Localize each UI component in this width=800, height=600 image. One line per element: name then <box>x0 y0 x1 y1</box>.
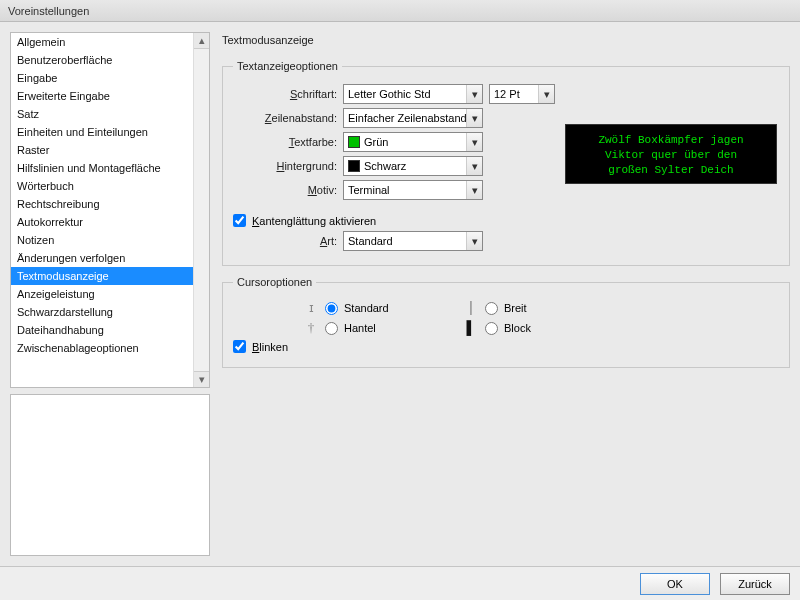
cursor-block-label: Block <box>504 322 531 334</box>
sidebar-preview-pane <box>10 394 210 556</box>
sidebar-item[interactable]: Raster <box>11 141 209 159</box>
text-display-legend: Textanzeigeoptionen <box>233 60 342 72</box>
chevron-down-icon: ▾ <box>466 232 482 250</box>
sidebar-item[interactable]: Zwischenablageoptionen <box>11 339 209 357</box>
font-combo[interactable]: Letter Gothic Std▾ <box>343 84 483 104</box>
scroll-up-icon[interactable]: ▴ <box>194 33 209 49</box>
bg-label: Hintergrund: <box>233 160 337 172</box>
cursor-options-group: Cursoroptionen ɪ Standard ǀ Breit <box>222 276 790 368</box>
cursor-block-radio[interactable] <box>485 322 498 335</box>
chevron-down-icon: ▾ <box>466 133 482 151</box>
sidebar-item[interactable]: Schwarzdarstellung <box>11 303 209 321</box>
sidebar-item[interactable]: Wörterbuch <box>11 177 209 195</box>
chevron-down-icon: ▾ <box>466 181 482 199</box>
cursor-breit-label: Breit <box>504 302 527 314</box>
theme-label: Motiv: <box>233 184 337 196</box>
sidebar-item[interactable]: Allgemein <box>11 33 209 51</box>
sidebar-item[interactable]: Benutzeroberfläche <box>11 51 209 69</box>
blink-checkbox[interactable] <box>233 340 246 353</box>
sidebar-item[interactable]: Dateihandhabung <box>11 321 209 339</box>
sidebar-item[interactable]: Rechtschreibung <box>11 195 209 213</box>
theme-combo[interactable]: Terminal▾ <box>343 180 483 200</box>
chevron-down-icon: ▾ <box>466 85 482 103</box>
bg-combo[interactable]: Schwarz▾ <box>343 156 483 176</box>
sidebar-item[interactable]: Änderungen verfolgen <box>11 249 209 267</box>
sidebar-item[interactable]: Erweiterte Eingabe <box>11 87 209 105</box>
cursor-standard-label: Standard <box>344 302 389 314</box>
aa-type-combo[interactable]: Standard▾ <box>343 231 483 251</box>
sidebar-item[interactable]: Eingabe <box>11 69 209 87</box>
aa-type-label: Art: <box>233 235 337 247</box>
text-display-options-group: Textanzeigeoptionen Schriftart: Letter G… <box>222 60 790 266</box>
textcolor-label: Textfarbe: <box>233 136 337 148</box>
sidebar-item[interactable]: Textmodusanzeige <box>11 267 209 285</box>
antialias-checkbox[interactable] <box>233 214 246 227</box>
titlebar: Voreinstellungen <box>0 0 800 22</box>
sidebar-item[interactable]: Hilfslinien und Montagefläche <box>11 159 209 177</box>
sidebar-item[interactable]: Einheiten und Einteilungen <box>11 123 209 141</box>
cursor-block-icon: ▌ <box>463 320 479 336</box>
sidebar-item[interactable]: Notizen <box>11 231 209 249</box>
page-title: Textmodusanzeige <box>222 32 790 50</box>
back-button[interactable]: Zurück <box>720 573 790 595</box>
textcolor-swatch <box>348 136 360 148</box>
sidebar-item[interactable]: Satz <box>11 105 209 123</box>
blink-label: Blinken <box>252 341 288 353</box>
sidebar-item[interactable]: Autokorrektur <box>11 213 209 231</box>
cursor-standard-radio[interactable] <box>325 302 338 315</box>
text-preview: Zwölf Boxkämpfer jagen Viktor quer über … <box>565 124 777 184</box>
cursor-hantel-icon: † <box>303 320 319 336</box>
cursor-hantel-radio[interactable] <box>325 322 338 335</box>
ok-button[interactable]: OK <box>640 573 710 595</box>
leading-value: Einfacher Zeilenabstand <box>348 112 467 124</box>
font-value: Letter Gothic Std <box>348 88 431 100</box>
leading-label: Zeilenabstand: <box>233 112 337 124</box>
chevron-down-icon: ▾ <box>538 85 554 103</box>
sidebar-item[interactable]: Anzeigeleistung <box>11 285 209 303</box>
sidebar-scrollbar[interactable]: ▴ ▾ <box>193 33 209 387</box>
chevron-down-icon: ▾ <box>466 157 482 175</box>
antialias-label: Kantenglättung aktivieren <box>252 215 376 227</box>
window-title: Voreinstellungen <box>8 5 89 17</box>
cursor-hantel-label: Hantel <box>344 322 376 334</box>
cursor-breit-icon: ǀ <box>463 300 479 316</box>
scroll-down-icon[interactable]: ▾ <box>194 371 209 387</box>
textcolor-combo[interactable]: Grün▾ <box>343 132 483 152</box>
bg-value: Schwarz <box>364 160 406 172</box>
leading-combo[interactable]: Einfacher Zeilenabstand▾ <box>343 108 483 128</box>
dialog-footer: OK Zurück <box>0 566 800 600</box>
font-size-value: 12 Pt <box>494 88 520 100</box>
chevron-down-icon: ▾ <box>466 109 482 127</box>
bg-swatch <box>348 160 360 172</box>
cursor-breit-radio[interactable] <box>485 302 498 315</box>
category-sidebar[interactable]: AllgemeinBenutzeroberflächeEingabeErweit… <box>10 32 210 388</box>
cursor-standard-icon: ɪ <box>303 300 319 316</box>
cursor-legend: Cursoroptionen <box>233 276 316 288</box>
theme-value: Terminal <box>348 184 390 196</box>
font-size-combo[interactable]: 12 Pt▾ <box>489 84 555 104</box>
aa-type-value: Standard <box>348 235 393 247</box>
font-label: Schriftart: <box>233 88 337 100</box>
textcolor-value: Grün <box>364 136 388 148</box>
